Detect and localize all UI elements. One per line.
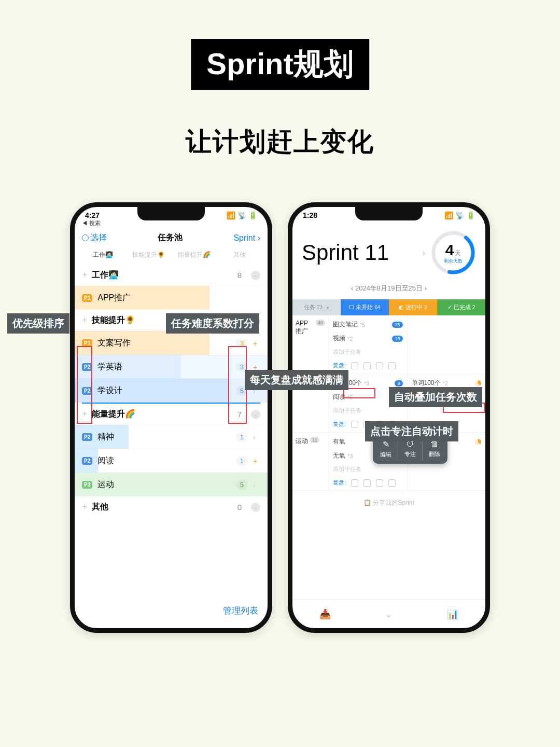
section-header[interactable]: +工作👩🏻‍💻8⌄ — [75, 265, 268, 286]
status-tab[interactable]: 任务73+ — [292, 299, 341, 315]
progress-icon — [475, 439, 481, 445]
anno-difficulty: 任务难度系数打分 — [166, 313, 259, 334]
chevron-down-icon[interactable]: ⌄ — [251, 271, 260, 280]
task-row[interactable]: P2学英语3+ — [75, 355, 268, 379]
chevron-right-icon[interactable]: › — [253, 433, 260, 441]
group-category[interactable]: APP推广40 — [292, 315, 329, 374]
status-tab[interactable]: ◐进行中2 — [389, 299, 437, 315]
priority-badge: P2 — [82, 433, 92, 441]
status-icon: ✓ — [447, 304, 452, 311]
tab-skills[interactable]: 技能提升🌻 — [125, 251, 171, 259]
task-count: 9 — [395, 380, 402, 386]
battery-icon: 🔋 — [248, 211, 257, 219]
nav-title: 任务池 — [158, 232, 183, 243]
clock: 4:27 — [85, 211, 100, 219]
signal-icon: 📶 — [444, 211, 453, 219]
days-number: 4 — [445, 241, 454, 258]
status-icon: ☐ — [349, 304, 354, 311]
task-row[interactable]: P1APP推广0 — [75, 286, 268, 310]
section-name: 工作👩🏻‍💻 — [92, 270, 233, 281]
review-checkbox[interactable] — [351, 362, 358, 369]
tab-energy[interactable]: 能量提升🌈 — [171, 251, 217, 259]
task-score: 3 — [236, 338, 248, 348]
tab-bar: 📥 ⌄ 📊 — [292, 599, 485, 628]
add-icon[interactable]: + — [253, 339, 260, 348]
review-checkbox[interactable] — [376, 362, 383, 369]
review-checkbox[interactable] — [363, 479, 371, 487]
tab-work[interactable]: 工作👩🏻‍💻 — [80, 251, 125, 259]
plus-icon[interactable]: + — [82, 502, 88, 513]
sprint-task[interactable]: 视频*216 — [332, 331, 404, 345]
task-count: 25 — [392, 322, 402, 328]
add-subtask[interactable]: 添加子任务 — [332, 345, 404, 358]
review-checkbox[interactable] — [376, 479, 383, 487]
review-checkbox[interactable] — [351, 421, 358, 428]
tab-other[interactable]: 其他 — [217, 251, 262, 259]
status-tab[interactable]: ✓已完成2 — [437, 299, 485, 315]
battery-icon: 🔋 — [466, 211, 475, 219]
section-header[interactable]: +能量提升🌈7⌄ — [75, 404, 268, 425]
status-tabs: 任务73+☐未开始64◐进行中2✓已完成2 — [292, 299, 485, 315]
plus-icon[interactable]: + — [82, 270, 88, 281]
task-score: 1 — [236, 456, 248, 466]
phone-right: 1:28 📶 📡 🔋 Sprint 11 › 4天 剩余天数 ‹ 202 — [288, 202, 490, 633]
chevron-down-icon[interactable]: ⌄ — [385, 608, 393, 620]
task-score: 5 — [236, 480, 248, 490]
priority-badge: P2 — [82, 363, 92, 371]
stats-icon[interactable]: 📊 — [447, 608, 458, 620]
group-category[interactable]: 运动11 — [292, 433, 329, 491]
plus-icon[interactable]: + — [82, 409, 88, 420]
review-checkbox[interactable] — [388, 362, 396, 369]
days-remaining-ring: 4天 剩余天数 — [430, 230, 476, 275]
back-to-search[interactable]: ◀ 搜索 — [75, 219, 268, 227]
review-label: 复盘: — [333, 420, 346, 428]
wifi-icon: 📡 — [455, 211, 464, 219]
review-checkbox[interactable] — [388, 479, 396, 487]
chevron-right-icon[interactable]: › — [253, 481, 260, 489]
task-name: 阅读 — [97, 455, 231, 466]
inbox-icon[interactable]: 📥 — [319, 608, 331, 620]
select-button[interactable]: 选择 — [82, 232, 107, 243]
wifi-icon: 📡 — [237, 211, 246, 219]
section-name: 能量提升🌈 — [92, 409, 233, 420]
task-name: 运动 — [97, 479, 231, 490]
plus-icon[interactable]: + — [82, 315, 88, 326]
sprint-task[interactable]: 图文笔记*525 — [332, 317, 404, 331]
nav-bar: 选择 任务池 Sprint › — [75, 227, 268, 248]
category-tabs: 工作👩🏻‍💻 技能提升🌻 能量提升🌈 其他 — [75, 248, 268, 265]
task-row[interactable]: P1文案写作3+ — [75, 331, 268, 355]
clock: 1:28 — [303, 211, 317, 219]
status-tab[interactable]: ☐未开始64 — [341, 299, 389, 315]
phone-left: 4:27 📶 📡 🔋 ◀ 搜索 选择 任务池 Sprint › 工作👩🏻‍💻 技… — [70, 202, 272, 633]
sprint-title[interactable]: Sprint 11 — [302, 240, 417, 265]
task-row[interactable]: P2阅读1+ — [75, 449, 268, 473]
review-checkbox[interactable] — [351, 479, 358, 487]
task-row[interactable]: P3运动5› — [75, 473, 268, 496]
days-label: 剩余天数 — [444, 258, 463, 265]
anno-autocount: 自动叠加任务次数 — [389, 387, 482, 407]
add-icon[interactable]: + — [253, 457, 260, 465]
share-sprint-button[interactable]: 📋 分享我的Sprint — [292, 491, 485, 515]
section-header[interactable]: +其他0⌄ — [75, 496, 268, 518]
priority-badge: P3 — [82, 481, 92, 489]
section-count: 0 — [237, 503, 242, 511]
manage-lists-button[interactable]: 管理列表 — [223, 605, 258, 617]
task-name: 文案写作 — [97, 338, 231, 349]
task-row[interactable]: P2学设计5› — [75, 379, 268, 403]
chevron-down-icon[interactable]: ⌄ — [251, 410, 260, 419]
task-count: 16 — [392, 336, 402, 342]
task-row[interactable]: P2精神1› — [75, 425, 268, 449]
review-row: 复盘: — [332, 476, 404, 489]
review-checkbox[interactable] — [363, 362, 371, 369]
priority-badge: P2 — [82, 457, 92, 465]
sprint-link[interactable]: Sprint › — [233, 233, 260, 243]
chevron-down-icon[interactable]: ⌄ — [251, 503, 260, 512]
anno-review: 每天复盘成就感满满 — [245, 370, 348, 390]
add-subtask[interactable]: 添加子任务 — [332, 463, 404, 476]
task-name: 学英语 — [97, 362, 231, 372]
task-name: 精神 — [97, 432, 231, 442]
notch — [355, 207, 423, 220]
priority-badge: P1 — [82, 339, 92, 347]
anno-priority: 优先级排序 — [7, 313, 69, 334]
progress-icon — [475, 380, 481, 386]
